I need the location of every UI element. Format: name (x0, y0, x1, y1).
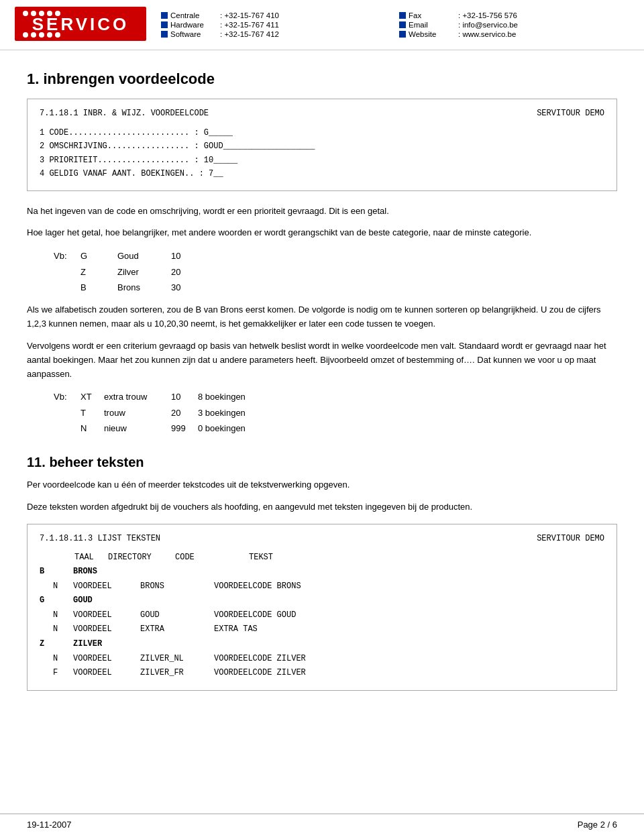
teksten-header: 7.1.18.11.3 LIJST TEKSTEN SERVITOUR DEMO (40, 534, 604, 543)
vb2-label-row: Vb: XT extra trouw 10 8 boekingen (54, 389, 617, 404)
col-tekst: TEKST (249, 553, 329, 562)
page-header: SERVICO Centrale : +32-15-767 410 Fax : … (0, 0, 644, 50)
demo-line-1: 1 CODE......................... : G_____ (40, 126, 604, 140)
contact-value: : www.servico.be (458, 30, 516, 38)
contact-website: Website : www.servico.be (399, 30, 631, 38)
vb-block-1: Vb: G Goud 10 Z Zilver 20 B Brons 30 (27, 248, 617, 295)
vb2-row-t: T trouw 20 3 boekingen (54, 405, 617, 421)
vb-block-2: Vb: XT extra trouw 10 8 boekingen T trou… (27, 389, 617, 436)
page-title: 1. inbrengen voordeelcode (27, 70, 617, 88)
svg-point-11 (55, 32, 60, 38)
footer-page: Page 2 / 6 (578, 820, 617, 830)
contact-centrale: Centrale : +32-15-767 410 (161, 11, 392, 19)
contact-label: Hardware (170, 21, 217, 29)
contact-label: Email (409, 21, 455, 29)
teksten-subtitle: SERVITOUR DEMO (537, 534, 604, 543)
col-taal: TAAL (74, 553, 108, 562)
servico-logo: SERVICO (13, 5, 148, 42)
contact-hardware: Hardware : +32-15-767 411 (161, 21, 392, 29)
demo-box-subtitle: SERVITOUR DEMO (537, 109, 604, 118)
contact-value: : +32-15-767 411 (220, 21, 279, 29)
contact-label: Fax (409, 11, 455, 19)
teksten-row-z-f: F VOORDEEL ZILVER_FR VOORDEELCODE ZILVER (40, 666, 604, 681)
demo-box-header: 7.1.18.1 INBR. & WIJZ. VOORDEELCODE SERV… (40, 109, 604, 118)
teksten-row-b-n: N VOORDEEL BRONS VOORDEELCODE BRONS (40, 579, 604, 594)
demo-line-4: 4 GELDIG VANAF AANT. BOEKINGEN.. : 7__ (40, 167, 604, 180)
bullet-icon (161, 31, 168, 38)
demo-box-content: 1 CODE......................... : G_____… (40, 126, 604, 181)
paragraph-1: Na het ingeven van de code en omschrijvi… (27, 205, 617, 219)
col-code: CODE (175, 553, 249, 562)
demo-line-2: 2 OMSCHRIJVING................. : GOUD__… (40, 140, 604, 153)
section-11-heading: 11. beheer teksten (27, 455, 617, 470)
svg-text:SERVICO: SERVICO (32, 14, 129, 34)
section11-para2: Deze teksten worden afgedrukt bij de vou… (27, 500, 617, 514)
bullet-icon (399, 31, 406, 38)
bullet-icon (161, 21, 168, 28)
teksten-row-g-header: G GOUD (40, 594, 604, 608)
teksten-row-g-n1: N VOORDEEL GOUD VOORDEELCODE GOUD (40, 608, 604, 623)
contact-label: Website (409, 30, 455, 38)
vb-row-b: B Brons 30 (54, 280, 617, 295)
section11-para1: Per voordeelcode kan u één of meerder te… (27, 478, 617, 492)
demo-box-title: 7.1.18.1 INBR. & WIJZ. VOORDEELCODE (40, 109, 209, 118)
teksten-row-b-header: B BRONS (40, 565, 604, 579)
demo-box: 7.1.18.1 INBR. & WIJZ. VOORDEELCODE SERV… (27, 99, 617, 191)
teksten-row-g-n2: N VOORDEEL EXTRA EXTRA TAS (40, 622, 604, 637)
bullet-icon (399, 12, 406, 19)
contact-value: : +32-15-767 412 (220, 30, 279, 38)
bullet-icon (161, 12, 168, 19)
vb-label-row: Vb: G Goud 10 (54, 248, 617, 264)
contact-fax: Fax : +32-15-756 576 (399, 11, 631, 19)
svg-point-7 (23, 32, 28, 38)
bullet-icon (399, 21, 406, 28)
col-directory: DIRECTORY (108, 553, 175, 562)
contact-info: Centrale : +32-15-767 410 Fax : +32-15-7… (161, 11, 631, 38)
footer-date: 19-11-2007 (27, 820, 72, 830)
contact-label: Centrale (170, 11, 217, 19)
contact-software: Software : +32-15-767 412 (161, 30, 392, 38)
teksten-row-z-header: Z ZILVER (40, 637, 604, 652)
main-content: 1. inbrengen voordeelcode 7.1.18.1 INBR.… (0, 50, 644, 718)
contact-value: : +32-15-767 410 (220, 11, 279, 19)
vb-row-z: Z Zilver 20 (54, 264, 617, 280)
teksten-col-headers: TAAL DIRECTORY CODE TEKST (40, 553, 604, 562)
paragraph-3: Als we alfabetisch zouden sorteren, zou … (27, 303, 617, 331)
vb2-row-n: N nieuw 999 0 boekingen (54, 421, 617, 436)
teksten-box: 7.1.18.11.3 LIJST TEKSTEN SERVITOUR DEMO… (27, 524, 617, 691)
contact-email: Email : info@servico.be (399, 21, 631, 29)
svg-point-9 (39, 32, 44, 38)
demo-line-3: 3 PRIORITEIT................... : 10____… (40, 154, 604, 167)
svg-point-1 (23, 11, 28, 16)
paragraph-4: Vervolgens wordt er een criterium gevraa… (27, 339, 617, 381)
paragraph-2: Hoe lager het getal, hoe belangrijker, m… (27, 226, 617, 240)
contact-value: : info@servico.be (458, 21, 518, 29)
contact-value: : +32-15-756 576 (458, 11, 517, 19)
page-footer: 19-11-2007 Page 2 / 6 (0, 814, 644, 835)
teksten-title: 7.1.18.11.3 LIJST TEKSTEN (40, 534, 160, 543)
teksten-row-z-n: N VOORDEEL ZILVER_NL VOORDEELCODE ZILVER (40, 652, 604, 667)
svg-point-8 (31, 32, 36, 38)
contact-label: Software (170, 30, 217, 38)
svg-point-10 (47, 32, 52, 38)
logo-area: SERVICO (13, 5, 161, 44)
